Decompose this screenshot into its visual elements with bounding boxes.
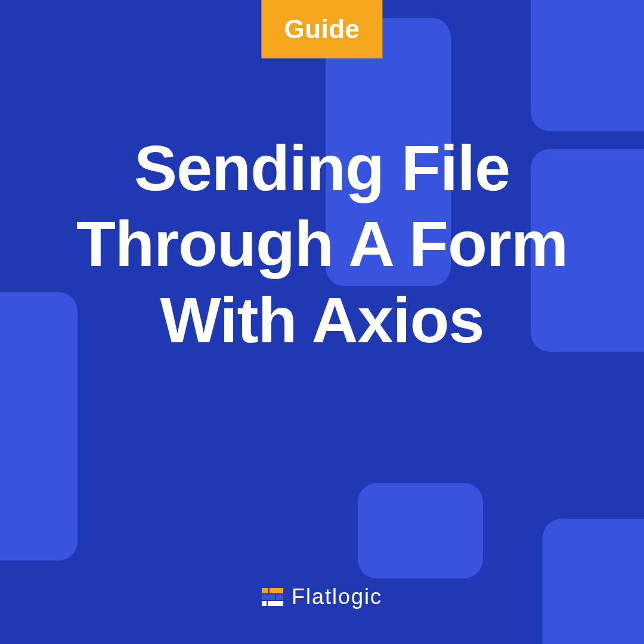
- svg-rect-2: [262, 595, 275, 600]
- svg-rect-0: [262, 588, 268, 593]
- background-shape: [358, 483, 483, 578]
- flatlogic-icon: [262, 588, 283, 606]
- svg-rect-5: [268, 601, 283, 606]
- main-title: Sending File Through A Form With Axios: [48, 130, 596, 358]
- background-shape: [531, 0, 644, 131]
- svg-rect-1: [270, 588, 283, 593]
- background-shape: [543, 519, 644, 644]
- category-badge: Guide: [261, 0, 382, 58]
- svg-rect-3: [276, 595, 283, 600]
- svg-rect-4: [262, 601, 267, 606]
- brand-logo: Flatlogic: [262, 584, 382, 609]
- category-badge-label: Guide: [284, 14, 360, 44]
- brand-name: Flatlogic: [292, 584, 382, 609]
